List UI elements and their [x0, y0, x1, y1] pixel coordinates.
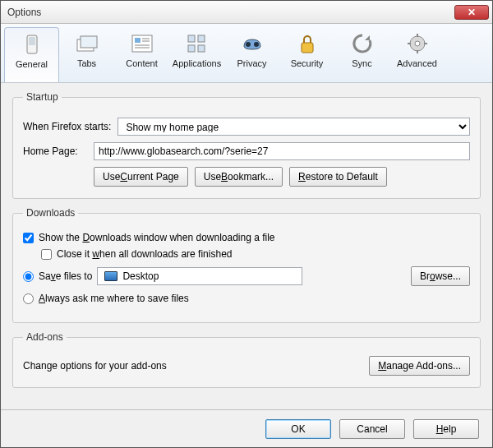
tab-content[interactable]: Content	[114, 27, 169, 82]
svg-rect-11	[198, 35, 205, 42]
window-title: Options	[7, 7, 454, 18]
tab-general[interactable]: General	[4, 27, 59, 82]
tab-label: Advanced	[397, 58, 437, 68]
tab-label: Content	[126, 58, 158, 68]
close-button[interactable]: ✕	[454, 5, 489, 20]
when-firefox-starts-select[interactable]: Show my home page	[117, 118, 470, 136]
tab-tabs[interactable]: Tabs	[59, 27, 114, 82]
titlebar: Options ✕	[1, 1, 492, 24]
use-bookmark-button[interactable]: Use Bookmark...	[195, 167, 283, 187]
downloads-legend: Downloads	[23, 207, 78, 219]
advanced-icon	[405, 32, 430, 55]
manage-addons-button[interactable]: Manage Add-ons...	[369, 356, 470, 376]
tab-label: Sync	[352, 58, 371, 68]
save-files-to-label: Save files to	[39, 270, 92, 282]
show-downloads-window-checkbox[interactable]	[23, 233, 34, 243]
svg-point-18	[415, 41, 420, 46]
help-button[interactable]: Help	[413, 419, 479, 439]
addons-desc: Change options for your add-ons	[23, 360, 167, 372]
save-files-to-radio[interactable]	[23, 271, 34, 282]
startup-legend: Startup	[23, 91, 62, 103]
svg-rect-13	[198, 45, 205, 52]
tab-label: Security	[291, 58, 324, 68]
when-firefox-starts-label: When Firefox starts:	[23, 121, 111, 132]
tab-security[interactable]: Security	[279, 27, 334, 82]
tab-label: Tabs	[77, 58, 96, 68]
tab-privacy[interactable]: Privacy	[224, 27, 279, 82]
tab-label: Privacy	[237, 58, 266, 68]
close-when-done-checkbox[interactable]	[41, 249, 52, 260]
svg-point-15	[254, 42, 259, 47]
footer: OK Cancel Help	[1, 409, 492, 447]
applications-icon	[185, 32, 210, 55]
ok-button[interactable]: OK	[265, 419, 331, 439]
addons-group: Add-ons Change options for your add-ons …	[12, 331, 481, 388]
sync-icon	[350, 32, 375, 55]
desktop-icon	[104, 271, 117, 281]
close-when-done-label: Close it when all downloads are finished	[57, 248, 232, 260]
save-location-box: Desktop	[97, 267, 302, 285]
show-downloads-window-label: Show the Downloads window when downloadi…	[39, 232, 275, 243]
svg-point-14	[246, 42, 251, 47]
security-icon	[295, 32, 320, 55]
close-icon: ✕	[468, 7, 476, 18]
tab-sync[interactable]: Sync	[334, 27, 389, 82]
tab-advanced[interactable]: Advanced	[389, 27, 445, 82]
use-current-page-button[interactable]: Use Current Page	[94, 167, 188, 187]
browse-button[interactable]: Browse...	[411, 266, 470, 286]
tab-applications[interactable]: Applications	[169, 27, 224, 82]
cancel-button[interactable]: Cancel	[339, 419, 405, 439]
restore-default-button[interactable]: Restore to Default	[289, 167, 387, 187]
startup-group: Startup When Firefox starts: Show my hom…	[12, 91, 481, 199]
content-area: Startup When Firefox starts: Show my hom…	[1, 83, 492, 409]
homepage-label: Home Page:	[23, 145, 87, 157]
tab-label: Applications	[173, 58, 221, 68]
svg-rect-5	[135, 38, 141, 43]
addons-legend: Add-ons	[23, 331, 67, 343]
always-ask-label: Always ask me where to save files	[39, 293, 189, 304]
svg-rect-10	[188, 35, 195, 42]
save-location-text: Desktop	[122, 270, 159, 282]
content-icon	[130, 32, 154, 55]
svg-rect-1	[29, 37, 35, 45]
general-icon	[20, 33, 44, 56]
options-window: Options ✕ General Tabs Content Applicati…	[0, 0, 493, 448]
homepage-input[interactable]	[94, 142, 470, 160]
downloads-group: Downloads Show the Downloads window when…	[12, 207, 481, 323]
tabs-icon	[75, 32, 99, 55]
always-ask-radio[interactable]	[23, 293, 34, 304]
svg-rect-12	[188, 45, 195, 52]
privacy-icon	[240, 32, 265, 55]
tab-label: General	[16, 59, 48, 69]
svg-rect-3	[81, 36, 97, 48]
category-tabs: General Tabs Content Applications Privac…	[1, 24, 492, 83]
svg-rect-16	[302, 43, 313, 53]
